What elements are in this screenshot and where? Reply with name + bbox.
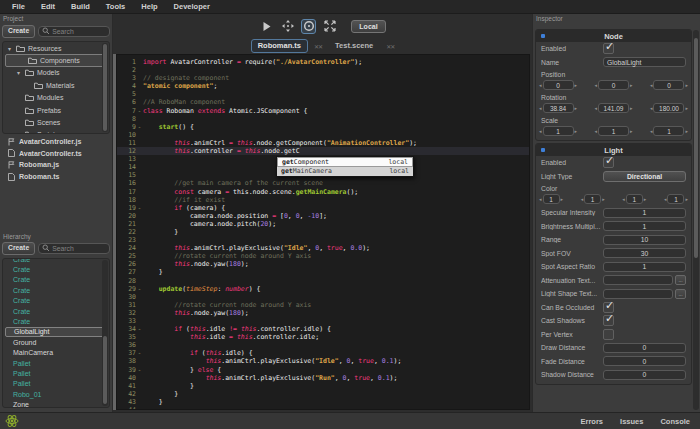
spinner-value[interactable]: 1 [584,194,601,204]
fold-marker[interactable]: - [136,325,143,333]
project-create-button[interactable]: Create [2,25,35,38]
tree-item-models[interactable]: ▾Models [3,67,109,79]
spinner-right-arrow[interactable]: ▸ [685,128,688,134]
tree-item-resources[interactable]: ▾Resources [3,42,109,54]
spinner-value[interactable]: 1 [598,126,629,136]
browse-button[interactable]: ... [675,289,686,299]
hierarchy-search[interactable] [38,243,110,254]
tree-item-scripts[interactable]: Scripts [3,129,109,134]
checkbox-can-be-occluded[interactable] [603,302,614,313]
tab-close-icon[interactable]: ✕✕ [386,43,394,50]
code-line-17[interactable]: 17 const camera = this.node.scene.getMai… [117,188,529,196]
code-line-10[interactable]: 10 [117,131,529,139]
code-line-26[interactable]: 26 this.node.yaw(180); [117,260,529,268]
autocomplete-item-getmaincamera[interactable]: getMainCameralocal [277,167,413,177]
spinner-value[interactable]: 141.09 [598,103,629,113]
spinner-right-arrow[interactable]: ▸ [685,82,688,88]
play-button[interactable] [259,19,274,34]
checkbox-enabled[interactable] [603,43,614,54]
code-line-37[interactable]: 37- if (this.idle) { [117,349,529,357]
spinner-left-arrow[interactable]: ◂ [594,105,597,111]
code-line-43[interactable]: 43 } [117,398,529,406]
hierarchy-item-globallight[interactable]: GlobalLight [5,327,107,337]
menu-item-edit[interactable]: Edit [33,0,63,13]
spinner-right-arrow[interactable]: ▸ [561,196,564,202]
code-line-21[interactable]: 21 camera.node.pitch(20); [117,220,529,228]
spinner-right-arrow[interactable]: ▸ [630,105,633,111]
status-item-errors[interactable]: Errors [581,417,604,426]
code-line-6[interactable]: 6//A RoboMan component [117,98,529,106]
texture-input-light-shape-text[interactable] [603,289,673,299]
project-search[interactable] [38,26,110,37]
spinner-left-arrow[interactable]: ◂ [539,196,542,202]
code-line-18[interactable]: 18 //if it exist [117,196,529,204]
spinner-value[interactable]: 0 [653,80,684,90]
spinner-right-arrow[interactable]: ▸ [575,128,578,134]
spinner-left-arrow[interactable]: ◂ [650,105,653,111]
spinner-left-arrow[interactable]: ◂ [650,128,653,134]
file-item-avatarcontroller-ts[interactable]: AvatarController.ts [2,148,110,160]
tree-item-scenes[interactable]: Scenes [3,116,109,128]
code-line-29[interactable]: 29- update(timeStep: number) { [117,285,529,293]
number-input-specular-intensity[interactable]: 1 [603,208,686,218]
menu-item-help[interactable]: Help [133,0,165,13]
number-input-fade-distance[interactable]: 0 [603,356,686,366]
hierarchy-item-pallet[interactable]: Pallet [3,358,109,368]
spinner-left-arrow[interactable]: ◂ [594,82,597,88]
code-line-2[interactable]: 2 [117,66,529,74]
spinner-left-arrow[interactable]: ◂ [650,82,653,88]
hierarchy-item-crate[interactable]: Crate [3,275,109,285]
code-line-19[interactable]: 19- if (camera) { [117,204,529,212]
status-item-issues[interactable]: Issues [620,417,643,426]
code-line-41[interactable]: 41 } [117,382,529,390]
menu-item-build[interactable]: Build [63,0,98,13]
code-line-8[interactable]: 8 [117,115,529,123]
number-input-range[interactable]: 10 [603,235,686,245]
hierarchy-item-crate[interactable]: Crate [3,285,109,295]
spinner-value[interactable]: 1 [653,126,684,136]
code-line-16[interactable]: 16 //get main camera of the current scen… [117,179,529,187]
code-line-23[interactable]: 23 [117,236,529,244]
move-tool-button[interactable] [280,19,295,34]
code-line-1[interactable]: 1import AvatarController = require("./Av… [117,58,529,66]
hierarchy-create-button[interactable]: Create [2,242,35,255]
spinner-left-arrow[interactable]: ◂ [581,196,584,202]
code-line-44[interactable]: 44 [117,406,529,410]
number-input-draw-distance[interactable]: 0 [603,343,686,353]
checkbox-enabled[interactable] [603,157,614,168]
file-item-roboman-js[interactable]: Roboman.js [2,159,110,171]
spinner-right-arrow[interactable]: ▸ [602,196,605,202]
spinner-value[interactable]: 0 [543,80,574,90]
number-input-shadow-distance[interactable]: 0 [603,370,686,380]
spinner-left-arrow[interactable]: ◂ [539,82,542,88]
section-expander-dot[interactable] [541,34,545,38]
spinner-left-arrow[interactable]: ◂ [594,128,597,134]
hierarchy-item-zone[interactable]: Zone [3,399,109,408]
hierarchy-item-ground[interactable]: Ground [3,337,109,347]
number-input-brightness-multipl[interactable]: 1 [603,221,686,231]
chevron-down-icon[interactable]: ▾ [6,45,13,52]
code-line-38[interactable]: 38 this.animCtrl.playExclusive("Idle", 0… [117,357,529,365]
tab-close-icon[interactable]: ✕✕ [314,43,322,50]
code-line-36[interactable]: 36 [117,341,529,349]
scrollbar-thumb[interactable] [103,44,107,131]
spinner-value[interactable]: 1 [626,194,643,204]
code-line-24[interactable]: 24 this.animCtrl.playExclusive("Idle", 0… [117,244,529,252]
checkbox-cast-shadows[interactable] [603,315,614,326]
texture-input-attenuation-text[interactable] [603,275,673,285]
tree-item-materials[interactable]: Materials [3,79,109,91]
tree-item-prefabs[interactable]: Prefabs [3,104,109,116]
hierarchy-item-crate[interactable]: Crate [3,306,109,316]
code-line-25[interactable]: 25 //rotate current node around Y axis [117,252,529,260]
spinner-value[interactable]: 1 [543,126,574,136]
code-line-11[interactable]: 11 this.animCtrl = this.node.getComponen… [117,139,529,147]
code-line-35[interactable]: 35 this.idle = this.controller.idle; [117,333,529,341]
spinner-value[interactable]: 0 [598,80,629,90]
project-search-input[interactable] [52,28,106,35]
spinner-value[interactable]: 1 [543,194,560,204]
chevron-down-icon[interactable]: ▾ [15,69,22,76]
spinner-right-arrow[interactable]: ▸ [630,82,633,88]
scrollbar-thumb[interactable] [694,38,698,258]
tree-item-modules[interactable]: Modules [3,92,109,104]
fold-marker[interactable]: - [136,366,143,374]
